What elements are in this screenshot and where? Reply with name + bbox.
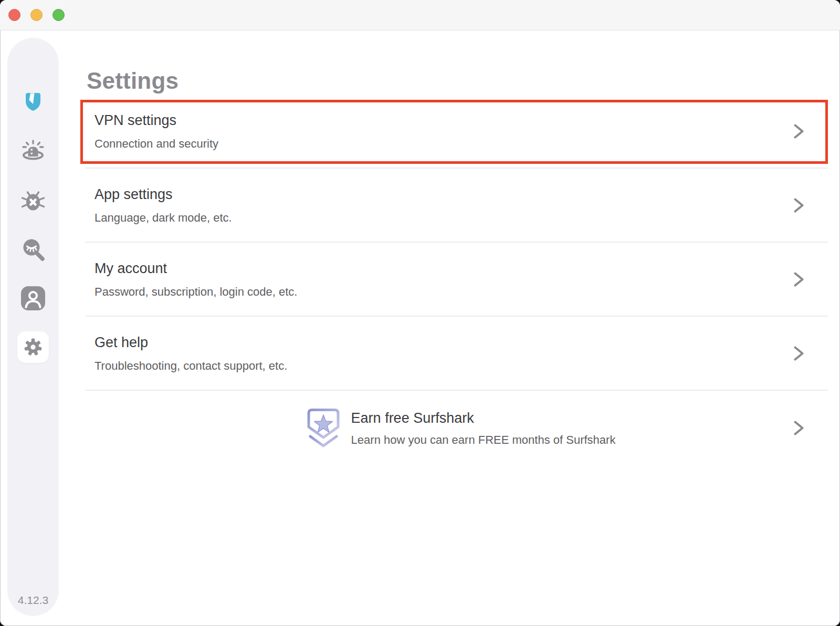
chevron-right-icon (793, 420, 805, 436)
list-item-title: My account (94, 259, 828, 278)
list-item-subtitle: Language, dark mode, etc. (94, 211, 828, 225)
reward-badge-star-icon (306, 407, 341, 449)
list-item-get-help[interactable]: Get help Troubleshooting, contact suppor… (85, 317, 828, 391)
sidebar-item-vpn[interactable] (20, 139, 46, 165)
close-window-button[interactable] (8, 9, 20, 21)
list-item-subtitle: Troubleshooting, contact support, etc. (94, 359, 828, 373)
minimize-window-button[interactable] (30, 9, 43, 21)
page-title: Settings (87, 68, 178, 94)
list-item-my-account[interactable]: My account Password, subscription, login… (85, 243, 828, 317)
zoom-window-button[interactable] (52, 9, 65, 21)
list-item-app-settings[interactable]: App settings Language, dark mode, etc. (85, 169, 828, 243)
chevron-right-icon (793, 346, 805, 361)
settings-list: VPN settings Connection and security App… (85, 95, 828, 465)
bug-antivirus-icon (20, 187, 46, 214)
list-item-title: Get help (94, 333, 828, 352)
gear-settings-icon (21, 335, 45, 359)
chevron-right-icon (793, 123, 805, 139)
sidebar-item-settings[interactable] (17, 331, 49, 363)
traffic-lights (8, 9, 65, 21)
surfshark-shield-logo (7, 92, 59, 112)
list-item-title: Earn free Surfshark (351, 409, 616, 427)
list-item-earn-free-surfshark[interactable]: Earn free Surfshark Learn how you can ea… (85, 391, 828, 465)
list-item-subtitle: Learn how you can earn FREE months of Su… (351, 433, 616, 447)
window-titlebar (0, 0, 840, 30)
app-version: 4.12.3 (7, 594, 59, 607)
sidebar-item-antivirus[interactable] (20, 187, 46, 214)
list-item-subtitle: Password, subscription, login code, etc. (94, 285, 828, 299)
search-eye-icon (20, 236, 46, 263)
person-account-icon (20, 285, 46, 311)
list-item-title: App settings (94, 185, 828, 204)
sidebar-item-search[interactable] (20, 236, 46, 263)
chevron-right-icon (793, 197, 805, 213)
sidebar-item-account[interactable] (20, 285, 46, 311)
siren-alert-icon (20, 139, 46, 165)
chevron-right-icon (793, 272, 805, 287)
app-window: 4.12.3 Settings VPN settings Connection … (0, 0, 840, 626)
list-item-title: VPN settings (94, 111, 828, 130)
list-item-vpn-settings[interactable]: VPN settings Connection and security (85, 95, 828, 169)
list-item-subtitle: Connection and security (94, 137, 828, 151)
sidebar: 4.12.3 (7, 38, 59, 616)
